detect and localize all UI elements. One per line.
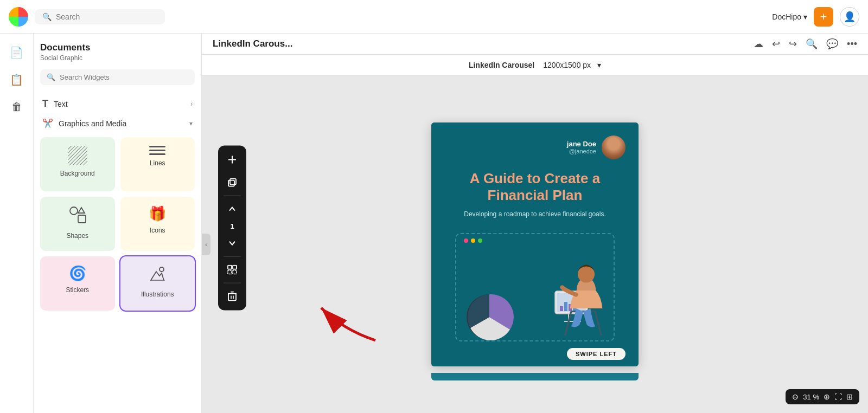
dot-yellow: [471, 238, 475, 243]
card-profile-row: jane Doe @janedoe: [444, 135, 626, 159]
redo-icon[interactable]: ↪: [789, 38, 797, 50]
add-button[interactable]: +: [814, 7, 833, 27]
svg-marker-4: [78, 208, 85, 213]
dot-red: [464, 238, 468, 243]
red-arrow-annotation: [310, 297, 381, 348]
doc-size-bar: LinkedIn Carousel 1200x1500 px ▾: [202, 55, 868, 76]
svg-rect-14: [233, 270, 237, 274]
icons-label: Icons: [150, 227, 165, 234]
text-section-row[interactable]: T Text ›: [40, 94, 195, 114]
svg-rect-2: [78, 215, 86, 223]
graphics-chevron-icon: ▾: [189, 120, 193, 127]
svg-line-31: [595, 312, 601, 335]
trash-icon: 🗑: [11, 101, 22, 113]
search-box[interactable]: 🔍: [35, 9, 165, 24]
profile-name: jane Doe: [567, 140, 596, 148]
graphics-section-label: ✂️ Graphics and Media: [42, 118, 126, 128]
brand-chevron-icon: ▾: [803, 12, 807, 21]
canvas-header-right: ☁ ↩ ↪ 🔍 💬 •••: [754, 38, 857, 50]
svg-rect-15: [228, 294, 236, 301]
dot-green: [478, 238, 482, 243]
card-bottom-bar: [431, 373, 639, 380]
zoom-out-button[interactable]: ⊖: [792, 392, 799, 401]
brand-selector[interactable]: DocHipo ▾: [772, 12, 807, 21]
search-canvas-icon[interactable]: 🔍: [806, 38, 818, 50]
background-widget-card[interactable]: Background: [40, 137, 115, 191]
sticker-icon: 🌀: [69, 265, 86, 282]
svg-rect-11: [228, 266, 232, 269]
person-illustration: [551, 257, 616, 341]
stickers-label: Stickers: [66, 286, 89, 294]
svg-rect-12: [233, 266, 237, 269]
svg-point-3: [70, 207, 78, 215]
delete-element-button[interactable]: [221, 286, 243, 307]
graphics-section-row[interactable]: ✂️ Graphics and Media ▾: [40, 114, 195, 133]
comments-icon[interactable]: 💬: [826, 38, 838, 50]
zoom-bar: ⊖ 31 % ⊕ ⛶ ⊞: [786, 389, 859, 404]
add-element-button[interactable]: [221, 149, 243, 171]
card-subtext: Developing a roadmap to achieve financia…: [444, 210, 626, 218]
cloud-save-icon[interactable]: ☁: [754, 38, 763, 50]
zoom-percent-label: 31 %: [803, 393, 819, 401]
shapes-icon: [68, 205, 87, 228]
card-illustration: [444, 228, 626, 341]
graphics-label: Graphics and Media: [59, 119, 126, 128]
size-chevron-icon: ▾: [597, 61, 601, 69]
widget-grid: Background Lines: [40, 137, 195, 311]
lines-widget-card[interactable]: Lines: [120, 137, 195, 191]
grid-layout-button[interactable]: [221, 259, 243, 281]
next-page-button[interactable]: [221, 233, 243, 254]
shapes-widget-card[interactable]: Shapes: [40, 197, 115, 251]
gift-icon: 🎁: [149, 205, 166, 222]
app-logo[interactable]: [9, 7, 28, 27]
widget-search-box[interactable]: 🔍: [40, 69, 195, 85]
card-inner: jane Doe @janedoe A Guide to Create a Fi…: [431, 122, 639, 341]
search-icon: 🔍: [42, 12, 52, 21]
widget-search-icon: 🔍: [47, 73, 55, 81]
window-dots: [464, 238, 482, 243]
doc-dimensions: 1200x1500 px: [543, 61, 591, 69]
duplicate-button[interactable]: [221, 172, 243, 193]
vertical-toolbar: 1: [218, 146, 246, 311]
headline-line1: A Guide to Create a: [470, 170, 600, 186]
svg-rect-13: [228, 270, 232, 274]
swipe-left-button[interactable]: SWIPE LEFT: [567, 348, 626, 360]
grid-view-button[interactable]: ⊞: [846, 392, 853, 401]
sidebar-item-document[interactable]: 📄: [4, 40, 29, 65]
svg-rect-1: [68, 146, 87, 165]
lines-icon: [149, 146, 165, 155]
svg-rect-9: [228, 180, 234, 186]
topbar: 🔍 DocHipo ▾ + 👤: [0, 0, 868, 34]
text-label: Text: [54, 100, 68, 108]
background-label: Background: [60, 170, 95, 177]
illustrations-label: Illustrations: [141, 291, 174, 298]
panel-title: Documents: [40, 42, 195, 53]
background-icon: [68, 146, 87, 165]
brand-name-label: DocHipo: [772, 12, 801, 21]
topbar-right: DocHipo ▾ + 👤: [772, 7, 859, 27]
svg-line-30: [565, 312, 571, 335]
zoom-in-button[interactable]: ⊕: [824, 392, 830, 401]
page-number: 1: [230, 222, 234, 230]
headline-line2: Financial Plan: [488, 187, 583, 203]
card-name-block: jane Doe @janedoe: [567, 140, 596, 154]
design-card: jane Doe @janedoe A Guide to Create a Fi…: [431, 122, 639, 366]
shapes-label: Shapes: [66, 232, 88, 240]
fullscreen-button[interactable]: ⛶: [834, 392, 842, 401]
doc-size-label[interactable]: LinkedIn Carousel 1200x1500 px ▾: [469, 61, 601, 69]
icons-widget-card[interactable]: 🎁 Icons: [120, 197, 195, 251]
widget-search-input[interactable]: [60, 73, 188, 81]
search-input[interactable]: [56, 12, 157, 21]
prev-page-button[interactable]: [221, 198, 243, 220]
canvas-doc-title: LinkedIn Carous...: [213, 38, 292, 49]
sidebar-item-trash[interactable]: 🗑: [4, 94, 29, 119]
canvas-area: LinkedIn Carous... ☁ ↩ ↪ 🔍 💬 ••• LinkedI…: [202, 34, 868, 413]
sidebar-item-notes[interactable]: 📋: [4, 67, 29, 92]
user-profile-button[interactable]: 👤: [840, 7, 859, 27]
more-options-icon[interactable]: •••: [847, 38, 857, 50]
collapse-panel-handle[interactable]: ‹: [202, 234, 210, 255]
stickers-widget-card[interactable]: 🌀 Stickers: [40, 256, 115, 311]
undo-icon[interactable]: ↩: [772, 38, 780, 50]
canvas-header: LinkedIn Carous... ☁ ↩ ↪ 🔍 💬 •••: [202, 34, 868, 55]
illustrations-widget-card[interactable]: Illustrations: [120, 256, 195, 311]
